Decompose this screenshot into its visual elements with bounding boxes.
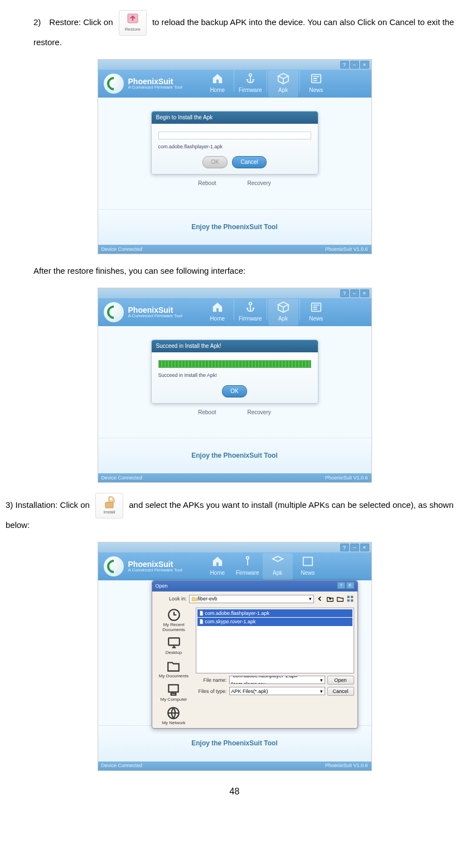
reboot-button[interactable]: Reboot — [194, 178, 220, 189]
file-item[interactable]: com.skype.rover-1.apk — [197, 618, 352, 625]
file-list[interactable]: com.adobe.flashplayer-1.apk com.skype.ro… — [196, 608, 354, 673]
install-icon: Install — [95, 493, 123, 518]
nav-apk[interactable]: Apk — [263, 553, 293, 580]
close-button[interactable]: × — [360, 289, 369, 297]
folder-icon — [165, 659, 182, 673]
page-number: 48 — [0, 784, 469, 799]
nav-firmware[interactable]: Firmware — [235, 70, 265, 97]
side-mycomp[interactable]: My Computer — [160, 682, 187, 702]
side-network[interactable]: My Network — [162, 706, 185, 726]
brand-block: PhoenixSuit A Convinced Firmware Tool — [128, 77, 182, 90]
open-help-button[interactable]: ? — [337, 582, 345, 589]
minimize-button[interactable]: – — [350, 544, 359, 551]
statusbar: Device Connected PhoenixSuit V1.0.6 — [98, 762, 371, 770]
under-buttons: Reboot Recovery — [98, 178, 371, 189]
anchor-icon — [243, 301, 258, 313]
window-titlebar: ? – × — [98, 60, 371, 70]
install-succeed-dialog: Succeed in Install the Apk! Succeed in I… — [151, 340, 318, 403]
nav-home-label: Home — [210, 570, 225, 576]
filetype-dropdown[interactable]: APK Files(*.apk)▾ — [229, 687, 325, 695]
recovery-button[interactable]: Recovery — [243, 407, 275, 418]
side-desktop[interactable]: Desktop — [166, 636, 182, 656]
after-restore-text: After the restore finishes, you can see … — [0, 264, 469, 278]
side-recent[interactable]: My Recent Documents — [154, 608, 194, 633]
open-button[interactable]: Open — [327, 676, 354, 685]
nav-home[interactable]: Home — [202, 299, 233, 326]
open-close-button[interactable]: X — [346, 582, 354, 589]
nav-home[interactable]: Home — [202, 553, 233, 580]
help-button[interactable]: ? — [340, 544, 349, 551]
apk-filename: com.adobe.flashplayer-1.apk — [158, 143, 311, 151]
anchor-icon — [243, 72, 258, 85]
nav-firmware[interactable]: Firmware — [233, 553, 263, 580]
dialog-body: Succeed in Install the Apk! OK — [152, 352, 318, 403]
status-right: PhoenixSuit V1.0.6 — [325, 245, 368, 253]
nav-news[interactable]: News — [301, 299, 331, 326]
close-button[interactable]: × — [360, 544, 369, 551]
nav-firmware[interactable]: Firmware — [235, 299, 265, 326]
lookin-dropdown[interactable]: fiber-evb ▾ — [189, 595, 314, 603]
restore-icon: Restore — [119, 10, 147, 36]
app-header: PhoenixSuit A Convinced Firmware Tool Ho… — [98, 70, 371, 98]
step2-prefix: 2) Restore: Click on — [33, 17, 113, 27]
cancel-button[interactable]: Cancel — [232, 156, 266, 168]
status-left: Device Connected — [101, 245, 143, 253]
brand-block: PhoenixSuit A Convinced Firmware Tool — [128, 560, 182, 573]
cube-icon — [276, 301, 291, 313]
new-folder-icon[interactable] — [336, 595, 344, 603]
anchor-icon — [240, 555, 255, 568]
folder-icon — [191, 596, 198, 602]
under-buttons: Reboot Recovery — [98, 407, 371, 418]
help-button[interactable]: ? — [340, 289, 349, 297]
nav-firmware-label: Firmware — [239, 316, 262, 322]
filetype-row: Files of type: APK Files(*.apk)▾ Cancel — [196, 687, 354, 696]
cube-icon — [276, 72, 291, 85]
nav-firmware-label: Firmware — [236, 570, 259, 576]
view-menu-icon[interactable] — [346, 595, 354, 603]
svg-point-1 — [249, 74, 252, 76]
succeed-message: Succeed in Install the Apk! — [158, 371, 311, 379]
minimize-button[interactable]: – — [350, 61, 359, 69]
desktop-icon — [166, 636, 182, 650]
app-logo-icon — [104, 302, 124, 322]
cube-icon — [270, 555, 285, 568]
install-begin-dialog: Begin to Install the Apk com.adobe.flash… — [151, 111, 318, 174]
help-button[interactable]: ? — [340, 61, 349, 69]
open-dialog-titlebar: Open ? X — [152, 581, 357, 591]
news-icon — [301, 555, 315, 568]
ok-button[interactable]: OK — [202, 156, 227, 168]
nav-news-label: News — [301, 570, 315, 576]
svg-point-7 — [246, 557, 249, 560]
filename-input[interactable]: "com.adobe.flashplayer-1.apk" "com.skype… — [229, 676, 325, 684]
nav-news[interactable]: News — [301, 70, 331, 97]
app-header: PhoenixSuit A Convinced Firmware Tool Ho… — [98, 552, 371, 580]
news-icon — [309, 301, 323, 313]
app-logo-icon — [104, 74, 124, 94]
nav-apk[interactable]: Apk — [268, 70, 298, 97]
reboot-button[interactable]: Reboot — [194, 407, 220, 418]
filename-row: File name: "com.adobe.flashplayer-1.apk"… — [196, 676, 354, 685]
nav-news[interactable]: News — [293, 553, 323, 580]
file-item[interactable]: com.adobe.flashplayer-1.apk — [197, 609, 352, 617]
status-left: Device Connected — [101, 474, 143, 482]
open-main: com.adobe.flashplayer-1.apk com.skype.ro… — [196, 605, 357, 728]
nav-home-label: Home — [210, 316, 225, 322]
up-folder-icon[interactable] — [326, 595, 334, 603]
nav-home[interactable]: Home — [202, 70, 233, 97]
recovery-button[interactable]: Recovery — [243, 178, 275, 189]
statusbar: Device Connected PhoenixSuit V1.0.6 — [98, 473, 371, 482]
close-button[interactable]: × — [360, 61, 369, 69]
filename-label: File name: — [196, 676, 227, 684]
minimize-button[interactable]: – — [350, 289, 359, 297]
ok-button[interactable]: OK — [222, 385, 246, 397]
back-icon[interactable] — [316, 595, 324, 603]
cancel-open-button[interactable]: Cancel — [327, 687, 354, 696]
side-mydocs[interactable]: My Documents — [159, 659, 188, 679]
svg-rect-15 — [169, 685, 178, 692]
brand-name: PhoenixSuit — [128, 560, 182, 568]
nav-apk-label: Apk — [278, 316, 288, 322]
dialog-body: com.adobe.flashplayer-1.apk OK Cancel — [152, 124, 318, 174]
main-nav: Home Firmware Apk News — [202, 70, 331, 97]
nav-apk[interactable]: Apk — [268, 299, 298, 326]
status-left: Device Connected — [101, 762, 143, 769]
